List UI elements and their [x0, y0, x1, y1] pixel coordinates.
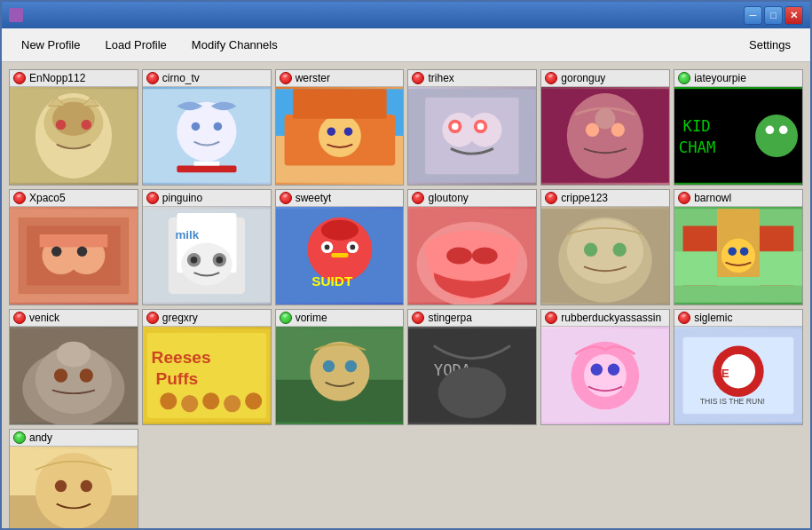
status-icon-venick	[13, 312, 26, 324]
channel-label-rubberduckyassassin: rubberduckyassassin	[541, 310, 669, 327]
svg-rect-65	[331, 253, 348, 257]
channel-label-siglemic: siglemic	[674, 310, 802, 327]
svg-text:Puffs: Puffs	[155, 369, 198, 388]
svg-point-40	[779, 125, 788, 134]
channel-grid: EnNopp112 cirno_tv werster trihex	[2, 62, 810, 530]
channel-thumb-rubberduckyassassin	[541, 327, 669, 424]
svg-point-9	[177, 102, 236, 162]
channel-card-xpaco5[interactable]: Xpaco5	[9, 189, 138, 305]
svg-point-97	[224, 395, 240, 412]
svg-point-69	[447, 247, 473, 264]
svg-point-39	[766, 125, 775, 134]
channel-label-iateyourpie: iateyourpie	[674, 70, 802, 87]
status-icon-cirno_tv	[146, 72, 159, 84]
modify-channels-menu[interactable]: Modify Channels	[179, 33, 290, 57]
channel-name-gregxry: gregxry	[162, 312, 198, 324]
svg-point-64	[350, 245, 355, 250]
channel-name-vorime: vorime	[296, 312, 327, 324]
channel-card-cirno_tv[interactable]: cirno_tv	[142, 69, 272, 186]
status-icon-gloutony	[412, 192, 424, 204]
svg-point-74	[584, 243, 597, 257]
channel-label-sweetyt: sweetyt	[276, 190, 404, 207]
status-icon-rubberduckyassassin	[545, 312, 557, 324]
channel-label-cirno_tv: cirno_tv	[143, 70, 271, 87]
channel-card-andy[interactable]: andy	[9, 429, 138, 530]
channel-card-gloutony[interactable]: gloutony	[407, 189, 537, 305]
svg-point-82	[729, 247, 737, 256]
channel-thumb-goronguy	[541, 87, 669, 185]
status-icon-iateyourpie	[678, 72, 690, 84]
svg-point-98	[245, 392, 262, 409]
channel-name-xpaco5: Xpaco5	[29, 192, 66, 204]
channel-card-crippe123[interactable]: crippe123	[540, 189, 670, 305]
svg-point-103	[344, 360, 356, 372]
svg-point-57	[216, 257, 223, 264]
channel-card-barnowl[interactable]: barnowl	[674, 189, 803, 305]
maximize-button[interactable]: □	[764, 6, 783, 25]
settings-menu[interactable]: Settings	[737, 33, 803, 57]
channel-label-gregxry: gregxry	[143, 310, 271, 327]
window-controls: ─ □ ✕	[744, 6, 803, 25]
status-icon-werster	[280, 72, 292, 84]
channel-card-stingerpa[interactable]: stingerpa YODA	[407, 309, 537, 425]
close-button[interactable]: ✕	[784, 6, 803, 25]
svg-point-28	[477, 123, 485, 131]
svg-text:THIS IS THE RUN!: THIS IS THE RUN!	[700, 397, 765, 406]
channel-name-sweetyt: sweetyt	[296, 192, 332, 204]
channel-name-goronguy: goronguy	[561, 72, 605, 84]
minimize-button[interactable]: ─	[744, 6, 762, 25]
channel-card-gregxry[interactable]: gregxry Reeses Puffs	[142, 309, 272, 425]
channel-name-iateyourpie: iateyourpie	[694, 72, 746, 84]
channel-card-pinguino[interactable]: pinguino milk	[142, 189, 272, 305]
status-icon-crippe123	[545, 192, 557, 204]
svg-point-81	[721, 239, 755, 273]
svg-text:CHAM: CHAM	[679, 138, 716, 156]
channel-card-siglemic[interactable]: siglemic E THIS IS THE RUN!	[674, 309, 803, 425]
channel-card-trihex[interactable]: trihex	[407, 69, 537, 186]
status-icon-barnowl	[678, 192, 690, 204]
svg-rect-12	[177, 166, 236, 173]
status-icon-trihex	[412, 72, 424, 84]
status-icon-xpaco5	[13, 192, 26, 204]
menu-bar: New Profile Load Profile Modify Channels…	[2, 28, 810, 62]
channel-label-trihex: trihex	[408, 70, 536, 87]
svg-point-17	[319, 115, 361, 157]
load-profile-menu[interactable]: Load Profile	[92, 33, 178, 57]
channel-name-pinguino: pinguino	[162, 192, 202, 204]
status-icon-gregxry	[146, 312, 159, 324]
channel-card-werster[interactable]: werster	[275, 69, 405, 186]
svg-point-10	[191, 123, 200, 131]
svg-point-95	[181, 395, 198, 412]
svg-point-38	[755, 115, 798, 157]
channel-name-crippe123: crippe123	[561, 192, 608, 204]
channel-card-vorime[interactable]: vorime	[275, 309, 405, 425]
svg-point-56	[191, 257, 198, 264]
channel-name-andy: andy	[29, 431, 52, 444]
svg-point-63	[324, 245, 329, 250]
channel-thumb-stingerpa: YODA	[408, 327, 536, 424]
channel-card-iateyourpie[interactable]: iateyourpie KID CHAM	[674, 69, 803, 186]
channel-card-sweetyt[interactable]: sweetyt SUIDT	[275, 189, 405, 305]
channel-thumb-cirno_tv	[143, 87, 271, 185]
svg-point-18	[327, 127, 335, 136]
new-profile-menu[interactable]: New Profile	[9, 33, 92, 57]
svg-rect-46	[40, 234, 108, 247]
channel-card-venick[interactable]: venick	[9, 309, 138, 425]
channel-label-barnowl: barnowl	[674, 190, 802, 207]
svg-point-4	[56, 120, 67, 131]
channel-name-cirno_tv: cirno_tv	[162, 72, 200, 84]
channel-label-venick: venick	[10, 310, 138, 327]
status-icon-stingerpa	[412, 312, 424, 324]
svg-point-87	[54, 368, 67, 382]
channel-card-goronguy[interactable]: goronguy	[540, 69, 670, 186]
channel-name-ennopp112: EnNopp112	[29, 72, 85, 84]
svg-point-102	[322, 360, 334, 372]
svg-text:Reeses: Reeses	[151, 348, 210, 367]
channel-thumb-crippe123	[541, 207, 669, 305]
status-icon-ennopp112	[13, 72, 26, 84]
channel-card-rubberduckyassassin[interactable]: rubberduckyassassin	[540, 309, 670, 425]
channel-name-siglemic: siglemic	[694, 312, 732, 324]
svg-point-94	[160, 392, 177, 409]
channel-card-ennopp112[interactable]: EnNopp112	[9, 69, 138, 186]
svg-point-3	[52, 102, 95, 136]
